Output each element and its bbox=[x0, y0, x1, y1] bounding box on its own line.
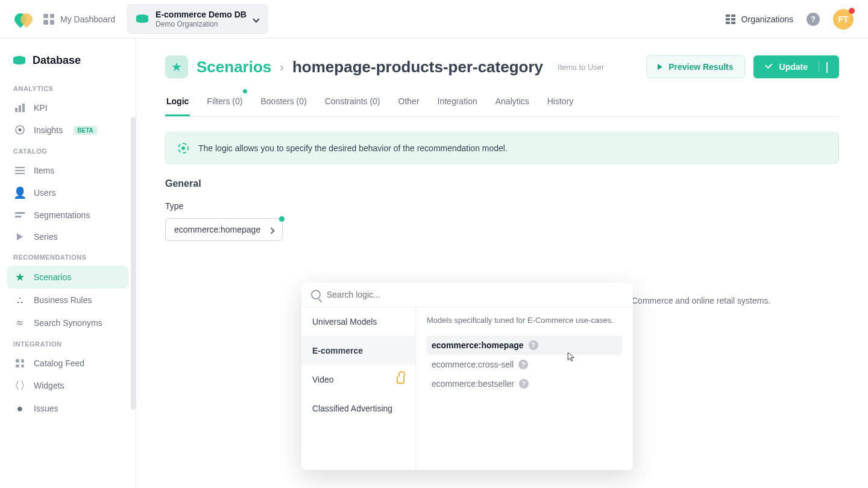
tab-boosters[interactable]: Boosters (0) bbox=[259, 92, 307, 116]
sidebar-database-header[interactable]: Database bbox=[7, 51, 128, 70]
sidebar-item-users[interactable]: 👤 Users bbox=[7, 181, 128, 204]
sidebar: Database ANALYTICS KPI ⦿ Insights BETA C… bbox=[0, 39, 136, 488]
bar-chart-icon bbox=[14, 104, 25, 112]
info-banner-text: The logic allows you to specify the desi… bbox=[198, 143, 508, 153]
type-select[interactable]: ecommerce:homepage bbox=[165, 218, 283, 241]
sidebar-label: Catalog Feed bbox=[34, 358, 84, 368]
sidebar-item-issues[interactable]: ● Issues bbox=[7, 397, 128, 420]
sidebar-item-search-synonyms[interactable]: ≈ Search Synonyms bbox=[7, 311, 128, 334]
sidebar-label: Widgets bbox=[34, 381, 64, 390]
sidebar-label: Segmentations bbox=[34, 210, 90, 220]
option-label: ecommerce:bestseller bbox=[432, 379, 514, 389]
sidebar-item-widgets[interactable]: 〈〉 Widgets bbox=[7, 374, 128, 397]
avatar[interactable]: FT bbox=[833, 9, 854, 30]
main-content: ★ Scenarios › homepage-products-per-cate… bbox=[136, 39, 868, 488]
sidebar-label: Series bbox=[34, 232, 58, 242]
tabs: Logic Filters (0) Boosters (0) Constrain… bbox=[165, 92, 839, 117]
synonyms-icon: ≈ bbox=[14, 318, 25, 328]
type-value: ecommerce:homepage bbox=[174, 225, 260, 234]
topbar-right: Organizations ? FT bbox=[726, 9, 854, 30]
app-logo-icon bbox=[14, 13, 31, 25]
option-label: ecommerce:homepage bbox=[432, 340, 524, 350]
organizations-label: Organizations bbox=[741, 14, 793, 24]
play-icon bbox=[14, 233, 25, 240]
option-label: ecommerce:cross-sell bbox=[432, 360, 514, 369]
option-ecommerce-homepage[interactable]: ecommerce:homepage ? bbox=[427, 336, 622, 355]
category-universal-models[interactable]: Universal Models bbox=[301, 307, 415, 336]
sidebar-item-catalog-feed[interactable]: Catalog Feed bbox=[7, 352, 128, 374]
rules-icon: ⛬ bbox=[14, 295, 25, 305]
category-label: Video bbox=[312, 375, 334, 384]
help-icon[interactable]: ? bbox=[807, 13, 820, 26]
sidebar-label: Scenarios bbox=[34, 272, 71, 282]
category-ecommerce[interactable]: E-commerce bbox=[301, 336, 415, 365]
sidebar-item-items[interactable]: Items bbox=[7, 160, 128, 181]
option-ecommerce-bestseller[interactable]: ecommerce:bestseller ? bbox=[427, 374, 622, 393]
logic-dropdown: Universal Models E-commerce Video Classi… bbox=[301, 283, 633, 470]
tab-analytics[interactable]: Analytics bbox=[494, 92, 530, 116]
insights-icon: ⦿ bbox=[14, 125, 25, 136]
type-description-trailing: Commerce and online retail systems. bbox=[632, 296, 770, 305]
sidebar-item-segmentations[interactable]: Segmentations bbox=[7, 204, 128, 226]
sidebar-label: KPI bbox=[34, 103, 48, 113]
category-label: Universal Models bbox=[312, 317, 377, 327]
tab-constraints[interactable]: Constraints (0) bbox=[324, 92, 382, 116]
category-video[interactable]: Video bbox=[301, 365, 415, 394]
database-text: E-commerce Demo DB Demo Organization bbox=[156, 10, 247, 28]
sidebar-label: Users bbox=[34, 188, 56, 198]
sidebar-item-insights[interactable]: ⦿ Insights BETA bbox=[7, 119, 128, 142]
help-icon[interactable]: ? bbox=[519, 379, 529, 389]
sidebar-label: Insights bbox=[34, 125, 63, 135]
category-classified-advertising[interactable]: Classified Advertising bbox=[301, 394, 415, 423]
topbar-left: My Dashboard E-commerce Demo DB Demo Org… bbox=[14, 4, 268, 34]
group-header-catalog: CATALOG bbox=[7, 142, 128, 160]
dropdown-description: Models specifically tuned for E-Commerce… bbox=[427, 316, 622, 325]
sidebar-item-series[interactable]: Series bbox=[7, 226, 128, 248]
update-split-icon[interactable] bbox=[819, 62, 828, 72]
sidebar-item-scenarios[interactable]: ★ Scenarios bbox=[7, 266, 128, 289]
group-header-analytics: ANALYTICS bbox=[7, 79, 128, 97]
tab-filters[interactable]: Filters (0) bbox=[206, 92, 244, 116]
sidebar-item-business-rules[interactable]: ⛬ Business Rules bbox=[7, 289, 128, 311]
tab-history[interactable]: History bbox=[546, 92, 575, 116]
search-icon bbox=[311, 290, 321, 299]
sidebar-label: Issues bbox=[34, 404, 58, 413]
building-icon bbox=[726, 14, 735, 24]
alert-icon: ● bbox=[14, 403, 25, 414]
segment-icon bbox=[14, 212, 25, 218]
page-meta: Items to User bbox=[558, 63, 604, 72]
my-dashboard-link[interactable]: My Dashboard bbox=[43, 14, 115, 25]
sidebar-database-label: Database bbox=[33, 54, 81, 67]
target-icon bbox=[178, 143, 189, 154]
update-button[interactable]: Update bbox=[753, 55, 839, 78]
star-icon: ★ bbox=[165, 55, 188, 78]
chevron-up-icon bbox=[268, 227, 275, 234]
beta-badge: BETA bbox=[74, 126, 96, 135]
preview-results-button[interactable]: Preview Results bbox=[646, 55, 744, 78]
chevron-right-icon: › bbox=[280, 60, 284, 74]
my-dashboard-label: My Dashboard bbox=[60, 14, 115, 24]
feed-icon bbox=[14, 359, 25, 368]
database-icon bbox=[13, 56, 25, 66]
help-icon[interactable]: ? bbox=[518, 360, 528, 369]
code-icon: 〈〉 bbox=[14, 380, 25, 391]
tab-logic[interactable]: Logic bbox=[165, 92, 190, 116]
sidebar-label: Business Rules bbox=[34, 295, 92, 305]
database-selector[interactable]: E-commerce Demo DB Demo Organization bbox=[127, 4, 268, 34]
database-org: Demo Organization bbox=[156, 20, 247, 28]
database-icon bbox=[136, 14, 148, 24]
group-header-integration: INTEGRATION bbox=[7, 334, 128, 352]
page-title: homepage-products-per-category bbox=[292, 58, 543, 77]
organizations-link[interactable]: Organizations bbox=[726, 14, 793, 24]
breadcrumb-root[interactable]: Scenarios bbox=[197, 58, 271, 77]
sidebar-item-kpi[interactable]: KPI bbox=[7, 97, 128, 119]
preview-results-label: Preview Results bbox=[668, 62, 733, 72]
info-banner: The logic allows you to specify the desi… bbox=[165, 133, 839, 164]
help-icon[interactable]: ? bbox=[529, 340, 538, 350]
star-icon: ★ bbox=[14, 272, 25, 283]
option-ecommerce-cross-sell[interactable]: ecommerce:cross-sell ? bbox=[427, 355, 622, 374]
tab-integration[interactable]: Integration bbox=[436, 92, 479, 116]
tab-other[interactable]: Other bbox=[397, 92, 421, 116]
sidebar-scrollbar[interactable] bbox=[131, 117, 136, 410]
search-input[interactable] bbox=[327, 290, 623, 299]
